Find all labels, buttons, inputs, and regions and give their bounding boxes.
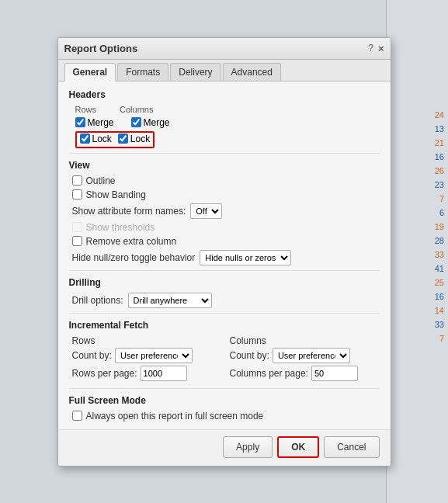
lock-highlight-wrapper: Lock Lock (75, 131, 155, 148)
rows-per-page-label: Rows per page: (72, 368, 137, 379)
rows-lock-checkbox-row: Lock (80, 134, 112, 144)
headers-col-labels: Rows Columns (75, 105, 380, 116)
cols-per-page-row: Columns per page: (230, 366, 380, 381)
rows-col-label: Rows (75, 105, 97, 114)
dialog-title: Report Options (64, 43, 138, 54)
ok-button[interactable]: OK (277, 436, 319, 458)
tab-delivery[interactable]: Delivery (170, 63, 221, 81)
show-banding-label: Show Banding (86, 189, 146, 200)
outline-label: Outline (86, 175, 116, 186)
fullscreen-label: Always open this report in full screen m… (86, 411, 264, 421)
show-attr-row: Show attribute form names: Off On (72, 203, 380, 219)
fullscreen-row: Always open this report in full screen m… (72, 411, 380, 421)
show-thresholds-label: Show thresholds (86, 222, 155, 233)
show-attr-select[interactable]: Off On (190, 203, 222, 219)
incr-rows-label: Rows (72, 335, 222, 346)
rows-merge-checkbox-row: Merge (75, 117, 114, 128)
close-icon[interactable]: × (378, 43, 384, 54)
incr-cols-col: Columns Count by: User preference Custom… (230, 335, 380, 383)
incremental-fetch-grid: Rows Count by: User preference Custom Ro… (72, 335, 380, 383)
report-options-dialog: Report Options ? × General Formats Deliv… (57, 37, 391, 467)
lock-highlight-box: Lock Lock (75, 131, 155, 148)
hide-null-select[interactable]: Hide nulls or zeros Hide nulls Hide zero… (200, 250, 291, 265)
remove-extra-label: Remove extra column (86, 236, 177, 247)
cols-merge-label: Merge (144, 117, 170, 128)
cols-lock-checkbox-row: Lock (118, 134, 150, 144)
drill-options-select[interactable]: Drill anywhere Drill within report Drill… (128, 293, 212, 308)
rows-merge-checkbox[interactable] (75, 117, 85, 127)
show-thresholds-checkbox[interactable] (72, 222, 82, 232)
view-section-title: View (69, 160, 380, 171)
divider-2 (69, 270, 380, 271)
show-banding-row: Show Banding (72, 189, 380, 200)
incr-rows-col: Rows Count by: User preference Custom Ro… (72, 335, 222, 383)
outline-row: Outline (72, 175, 380, 186)
headers-section: Rows Columns Merge Merge (75, 105, 380, 148)
dialog-tabs: General Formats Delivery Advanced (58, 60, 391, 82)
outline-checkbox[interactable] (72, 175, 82, 186)
dialog-footer: Apply OK Cancel (58, 429, 391, 466)
show-thresholds-row: Show thresholds (72, 222, 380, 233)
cols-count-by-label: Count by: (230, 350, 269, 361)
rows-count-by-row: Count by: User preference Custom (72, 348, 222, 363)
help-icon[interactable]: ? (368, 43, 373, 54)
dialog-titlebar: Report Options ? × (58, 38, 391, 60)
fullscreen-checkbox[interactable] (72, 411, 82, 421)
divider-3 (69, 313, 380, 314)
show-banding-checkbox[interactable] (72, 189, 82, 199)
show-attr-label: Show attribute form names: (72, 206, 186, 217)
full-screen-title: Full Screen Mode (69, 395, 380, 406)
remove-extra-row: Remove extra column (72, 236, 380, 247)
cols-count-by-row: Count by: User preference Custom (230, 348, 380, 363)
dialog-title-actions: ? × (368, 43, 384, 54)
tab-formats[interactable]: Formats (117, 63, 168, 81)
cols-lock-label: Lock (130, 134, 150, 144)
tab-advanced[interactable]: Advanced (223, 63, 281, 81)
divider-4 (69, 388, 380, 389)
cols-lock-checkbox[interactable] (118, 134, 128, 144)
cols-per-page-input[interactable] (311, 366, 358, 381)
rows-count-by-label: Count by: (72, 350, 112, 361)
rows-lock-checkbox[interactable] (80, 134, 90, 144)
incr-cols-label: Columns (230, 335, 380, 346)
tab-general[interactable]: General (64, 63, 116, 82)
divider-1 (69, 153, 380, 154)
incremental-fetch-title: Incremental Fetch (69, 320, 380, 331)
rows-merge-label: Merge (88, 117, 114, 128)
cols-merge-checkbox-row: Merge (131, 117, 170, 128)
dialog-overlay: Report Options ? × General Formats Deliv… (0, 0, 448, 503)
drill-options-label: Drill options: (72, 295, 123, 306)
dialog-body: Headers Rows Columns Merge Merge (58, 82, 391, 429)
drilling-section-title: Drilling (69, 277, 380, 288)
cols-count-by-select[interactable]: User preference Custom (273, 348, 350, 363)
rows-lock-label: Lock (92, 134, 112, 144)
hide-null-label: Hide null/zero toggle behavior (72, 252, 196, 263)
columns-col-label: Columns (120, 105, 153, 114)
rows-count-by-select[interactable]: User preference Custom (115, 348, 193, 363)
remove-extra-checkbox[interactable] (72, 236, 82, 246)
hide-null-row: Hide null/zero toggle behavior Hide null… (72, 250, 380, 265)
cols-per-page-label: Columns per page: (230, 368, 308, 379)
rows-per-page-input[interactable] (141, 366, 187, 381)
cancel-button[interactable]: Cancel (324, 436, 379, 458)
headers-section-title: Headers (69, 89, 380, 100)
merge-row: Merge Merge (75, 117, 380, 130)
apply-button[interactable]: Apply (223, 436, 273, 458)
cols-merge-checkbox[interactable] (131, 117, 141, 127)
rows-per-page-row: Rows per page: (72, 366, 222, 381)
drill-options-row: Drill options: Drill anywhere Drill with… (72, 293, 380, 308)
